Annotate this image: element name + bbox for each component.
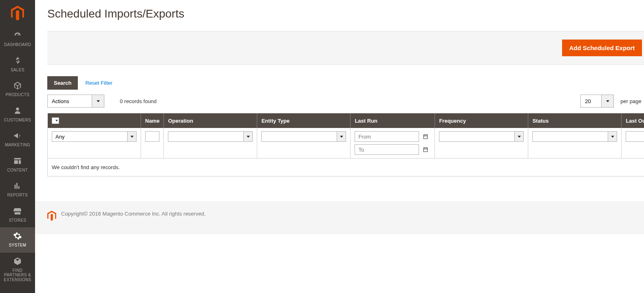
column-header-frequency[interactable]: Frequency [435, 113, 528, 128]
sidebar-item-content[interactable]: CONTENT [0, 152, 35, 178]
chevron-down-icon[interactable] [244, 131, 253, 142]
chevron-down-icon[interactable] [92, 95, 104, 108]
sidebar-label: SALES [11, 68, 24, 73]
sidebar-item-stores[interactable]: STORES [0, 203, 35, 228]
filter-frequency-value[interactable] [439, 131, 515, 142]
chevron-down-icon[interactable] [337, 131, 346, 142]
filter-any-value[interactable] [52, 131, 128, 142]
column-header-operation[interactable]: Operation [164, 113, 257, 128]
sidebar-item-partners[interactable]: FIND PARTNERS & EXTENSIONS [0, 253, 35, 287]
filter-operation-value[interactable] [168, 131, 244, 142]
sidebar-item-reports[interactable]: REPORTS [0, 177, 35, 203]
sidebar-label: DASHBOARD [4, 42, 31, 47]
column-header-checkbox[interactable] [48, 113, 141, 128]
column-header-status[interactable]: Status [528, 113, 622, 128]
filter-entity-type-select[interactable] [261, 131, 346, 142]
filter-status-value[interactable] [532, 131, 608, 142]
records-found-label: 0 records found [120, 98, 157, 104]
sidebar-label: FIND PARTNERS & EXTENSIONS [1, 268, 34, 282]
filter-last-run-to[interactable] [355, 144, 430, 155]
empty-row: We couldn't find any records. [48, 159, 644, 176]
per-page-value[interactable] [580, 95, 602, 108]
filter-row [48, 128, 644, 159]
chevron-down-icon[interactable] [602, 95, 614, 108]
main-content: Scheduled Imports/Exports 2 admin Add Sc… [35, 0, 644, 293]
filter-entity-type-value[interactable] [261, 131, 337, 142]
sidebar-label: SYSTEM [9, 243, 26, 248]
sidebar-label: CONTENT [7, 168, 28, 173]
sidebar-item-products[interactable]: PRODUCTS [0, 77, 35, 102]
admin-sidebar: DASHBOARD SALES PRODUCTS CUSTOMERS MARKE… [0, 0, 35, 293]
sidebar-label: PRODUCTS [6, 93, 30, 97]
sidebar-item-customers[interactable]: CUSTOMERS [0, 102, 35, 128]
grid-controls: 0 records found per page of 1 [47, 95, 644, 108]
search-button[interactable]: Search [47, 76, 78, 90]
column-header-last-outcome[interactable]: Last Outcome [622, 113, 644, 128]
select-all-checkbox[interactable] [52, 117, 59, 124]
filter-operation-select[interactable] [168, 131, 253, 142]
filter-name-input[interactable] [145, 131, 159, 142]
sidebar-label: CUSTOMERS [4, 118, 31, 123]
mass-actions-value[interactable] [47, 95, 92, 108]
column-header-row: Name Operation Entity Type Last Run Freq… [48, 113, 644, 128]
sidebar-item-sales[interactable]: SALES [0, 52, 35, 77]
mass-actions-select[interactable] [47, 95, 104, 108]
filter-outcome-value[interactable] [626, 131, 644, 142]
filter-outcome-select[interactable] [626, 131, 644, 142]
calendar-icon[interactable] [421, 145, 430, 154]
filter-frequency-select[interactable] [439, 131, 524, 142]
chevron-down-icon[interactable] [515, 131, 524, 142]
scheduled-grid: Name Operation Entity Type Last Run Freq… [47, 113, 644, 176]
chevron-down-icon[interactable] [128, 131, 137, 142]
sidebar-label: STORES [9, 218, 26, 223]
chevron-down-icon[interactable] [608, 131, 617, 142]
sidebar-label: MARKETING [5, 143, 30, 148]
filter-last-run-from-input[interactable] [355, 131, 419, 142]
sidebar-item-dashboard[interactable]: DASHBOARD [0, 27, 35, 52]
sidebar-label: REPORTS [7, 193, 28, 198]
sidebar-item-marketing[interactable]: MARKETING [0, 127, 35, 152]
filter-status-select[interactable] [532, 131, 617, 142]
page-title: Scheduled Imports/Exports [47, 7, 644, 20]
filter-last-run-to-input[interactable] [355, 144, 419, 155]
filter-toolbar: Search Reset Filter [47, 76, 644, 90]
filter-any-select[interactable] [52, 131, 137, 142]
page-action-bar: Add Scheduled Export Add Scheduled Impor… [47, 31, 644, 65]
sidebar-item-system[interactable]: SYSTEM [0, 227, 35, 253]
add-scheduled-export-button[interactable]: Add Scheduled Export [562, 40, 642, 56]
per-page-select[interactable] [580, 95, 614, 108]
column-header-name[interactable]: Name [141, 113, 164, 128]
column-header-last-run[interactable]: Last Run [351, 113, 435, 128]
calendar-icon[interactable] [421, 132, 430, 141]
copyright-text: Copyright© 2016 Magento Commerce Inc. Al… [61, 211, 644, 217]
magento-logo-icon [47, 211, 56, 223]
reset-filter-link[interactable]: Reset Filter [85, 80, 112, 86]
page-footer: Copyright© 2016 Magento Commerce Inc. Al… [35, 201, 644, 234]
magento-logo-icon[interactable] [0, 0, 35, 27]
column-header-entity-type[interactable]: Entity Type [257, 113, 351, 128]
filter-last-run-from[interactable] [355, 131, 430, 142]
per-page-label: per page [620, 98, 641, 104]
page-header: Scheduled Imports/Exports 2 admin [35, 0, 644, 31]
empty-message: We couldn't find any records. [48, 159, 644, 176]
